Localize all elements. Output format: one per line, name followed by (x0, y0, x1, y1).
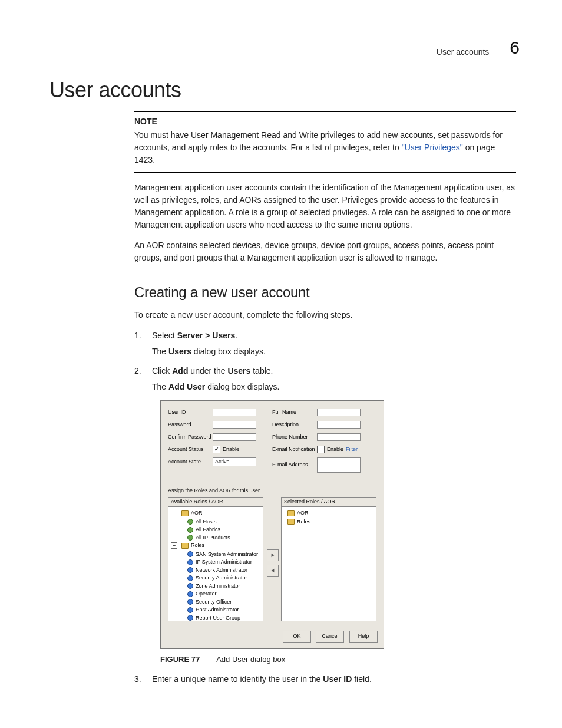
label-confirm-password: Confirm Password (168, 433, 213, 442)
host-icon (187, 519, 193, 525)
label-email-notif: E-mail Notification (272, 446, 317, 454)
rule-bottom (134, 172, 516, 173)
header-section: User accounts (437, 47, 489, 57)
label-email-address: E-mail Address (272, 461, 317, 469)
available-list[interactable]: −AOR All Hosts All Fabrics All IP Produc… (168, 506, 263, 621)
minus-icon[interactable]: − (171, 510, 177, 516)
full-name-field[interactable] (317, 409, 361, 416)
available-header: Available Roles / AOR (168, 497, 263, 507)
role-icon (187, 591, 193, 597)
label-user-id: User ID (168, 409, 213, 417)
email-address-field[interactable] (317, 457, 361, 473)
figure-label: FIGURE 77 (160, 655, 200, 664)
role-icon (187, 575, 193, 581)
label-full-name: Full Name (272, 409, 317, 417)
dialog-right-column: Full Name Description Phone Number E-mai… (272, 408, 376, 476)
rule-top (134, 111, 516, 112)
paragraph-2: An AOR contains selected devices, device… (134, 239, 516, 264)
note-label: NOTE (134, 116, 516, 128)
selected-header: Selected Roles / AOR (281, 497, 376, 507)
step-3: Enter a unique name to identify the user… (134, 673, 516, 686)
note-block: NOTE You must have User Management Read … (134, 116, 516, 166)
confirm-password-field[interactable] (213, 433, 256, 441)
phone-field[interactable] (317, 433, 361, 441)
user-id-field[interactable] (213, 409, 256, 416)
description-field[interactable] (317, 421, 361, 429)
figure-text: Add User dialog box (216, 655, 285, 664)
folder-icon (287, 519, 295, 525)
step-2-result: The Add User dialog box displays. (152, 381, 516, 393)
label-account-state: Account State (168, 458, 213, 466)
folder-icon (287, 510, 295, 516)
role-icon (187, 551, 193, 557)
folder-icon (181, 510, 189, 516)
minus-icon[interactable]: − (171, 542, 177, 549)
label-password: Password (168, 421, 213, 429)
dialog-left-column: User ID Password Confirm Password Accoun… (168, 408, 272, 476)
page-title: User accounts (49, 78, 181, 103)
role-grid: Available Roles / AOR −AOR All Hosts All… (168, 497, 376, 622)
role-icon (187, 599, 193, 605)
account-status-enable: Enable (223, 446, 239, 454)
link-user-privileges[interactable]: "User Privileges" (402, 143, 463, 152)
filter-link[interactable]: Filter (346, 446, 358, 454)
selected-list[interactable]: AOR Roles (281, 506, 376, 621)
remove-role-button[interactable] (267, 565, 279, 577)
intro-text: To create a new user account, complete t… (134, 309, 516, 321)
step-1: Select Server > Users. The Users dialog … (134, 330, 516, 358)
body-column: NOTE You must have User Management Read … (134, 111, 516, 690)
page: User accounts 6 User accounts NOTE You m… (0, 0, 562, 728)
add-role-button[interactable] (267, 549, 279, 561)
role-icon (187, 567, 193, 573)
fabric-icon (187, 527, 193, 533)
role-icon (187, 607, 193, 613)
paragraph-1: Management application user accounts con… (134, 182, 516, 231)
assign-label: Assign the Roles and AOR for this user (168, 487, 376, 495)
help-button[interactable]: Help (349, 631, 378, 643)
email-notif-checkbox[interactable] (317, 446, 325, 453)
password-field[interactable] (213, 421, 256, 429)
role-icon (187, 615, 193, 621)
note-text: You must have User Management Read and W… (134, 129, 516, 166)
add-user-dialog: User ID Password Confirm Password Accoun… (160, 400, 384, 649)
role-icon (187, 583, 193, 589)
ip-icon (187, 535, 193, 541)
steps-list: Select Server > Users. The Users dialog … (134, 330, 516, 686)
figure-caption: FIGURE 77Add User dialog box (160, 654, 516, 666)
subheading: Creating a new user account (134, 282, 516, 303)
role-icon (187, 559, 193, 565)
account-state-field[interactable]: Active (213, 457, 256, 466)
folder-icon (181, 543, 189, 549)
cancel-button[interactable]: Cancel (316, 631, 344, 643)
label-account-status: Account Status (168, 446, 213, 454)
account-status-checkbox[interactable] (213, 446, 220, 453)
dialog-buttons: OK Cancel Help (161, 625, 384, 648)
label-phone: Phone Number (272, 433, 317, 442)
running-header: User accounts 6 (437, 39, 520, 57)
chapter-number: 6 (510, 39, 520, 57)
step-1-result: The Users dialog box displays. (152, 345, 516, 358)
ok-button[interactable]: OK (283, 631, 311, 643)
step-2: Click Add under the Users table. The Add… (134, 365, 516, 665)
label-description: Description (272, 421, 317, 429)
